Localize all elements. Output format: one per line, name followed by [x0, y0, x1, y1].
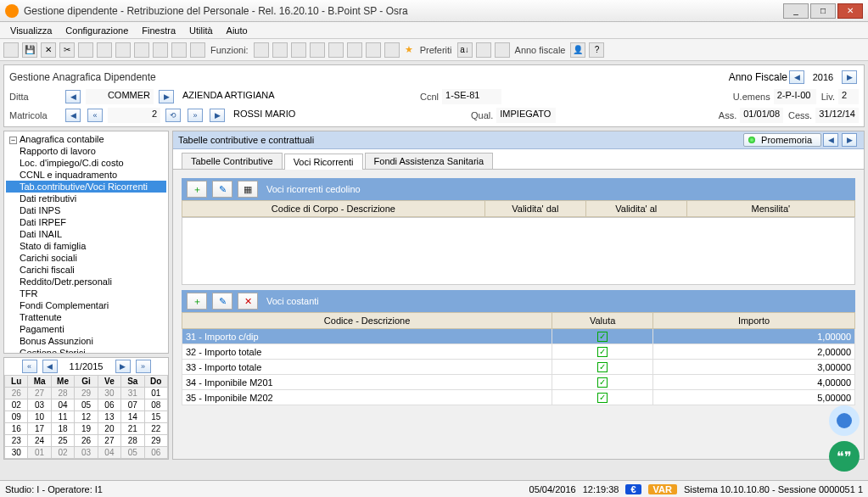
calendar-day[interactable]: 06: [144, 447, 167, 459]
ditta-prev-button[interactable]: ◀: [65, 90, 81, 103]
chat-button[interactable]: ❝❞: [829, 441, 860, 472]
menu-visualizza[interactable]: Visualizza: [3, 25, 59, 36]
tree-item[interactable]: CCNL e inquadramento: [6, 169, 166, 181]
calendar-grid[interactable]: LuMaMeGiVeSaDo26272829303101020304050607…: [4, 375, 168, 459]
toolbar-btn-save[interactable]: 💾: [22, 42, 37, 58]
promemoria-button[interactable]: Promemoria: [743, 133, 821, 147]
toolbar-fn-8[interactable]: [384, 42, 400, 58]
toolbar-btn-help[interactable]: ?: [589, 42, 604, 58]
toolbar-btn-user[interactable]: 👤: [570, 42, 585, 58]
calendar-day[interactable]: 07: [121, 399, 144, 411]
calendar-day[interactable]: 30: [5, 447, 28, 459]
calendar-day[interactable]: 13: [98, 411, 120, 423]
toolbar-btn-5[interactable]: [78, 42, 93, 58]
toolbar-btn-7[interactable]: [115, 42, 131, 58]
grid1-body[interactable]: [182, 217, 855, 285]
edit-row-button-2[interactable]: ✎: [212, 293, 232, 310]
tab[interactable]: Voci Ricorrenti: [284, 154, 363, 170]
tree-item[interactable]: Carichi fiscali: [6, 264, 166, 276]
calendar-day[interactable]: 31: [121, 388, 144, 399]
calendar-day[interactable]: 05: [75, 399, 98, 411]
calendar-day[interactable]: 10: [28, 411, 51, 423]
calendar-day[interactable]: 03: [28, 399, 51, 411]
tab[interactable]: Tabelle Contributive: [182, 153, 283, 169]
calendar-day[interactable]: 18: [51, 423, 74, 435]
close-button[interactable]: ✕: [837, 3, 863, 19]
toolbar-fn-1[interactable]: [254, 42, 269, 58]
cal-prev-button[interactable]: ◀: [42, 360, 58, 373]
calendar-day[interactable]: 09: [5, 411, 28, 423]
panel-next-button[interactable]: ▶: [842, 133, 857, 147]
matricola-prev-button[interactable]: ◀: [65, 109, 81, 122]
calendar-day[interactable]: 02: [5, 399, 28, 411]
menu-finestra[interactable]: Finestra: [135, 25, 182, 36]
matricola-first-button[interactable]: «: [87, 109, 103, 122]
tree-item[interactable]: Bonus Assunzioni: [6, 335, 166, 347]
cal-last-button[interactable]: »: [136, 360, 151, 373]
calendar-day[interactable]: 29: [144, 435, 167, 447]
toolbar-btn-a2[interactable]: [476, 42, 491, 58]
tab[interactable]: Fondi Assistenza Sanitaria: [365, 153, 494, 169]
tree-item[interactable]: Dati IRPEF: [6, 216, 166, 228]
grid-btn-3[interactable]: ▦: [238, 181, 258, 198]
calendar-day[interactable]: 05: [121, 447, 144, 459]
minimize-button[interactable]: _: [783, 3, 809, 19]
calendar-day[interactable]: 30: [98, 388, 120, 399]
toolbar-fn-7[interactable]: [366, 42, 381, 58]
calendar-day[interactable]: 04: [51, 399, 74, 411]
table-row[interactable]: 32 - Importo totale✓2,00000: [182, 344, 855, 360]
toolbar-fn-3[interactable]: [291, 42, 306, 58]
ditta-next-button[interactable]: ▶: [159, 90, 174, 103]
tree-item[interactable]: Reddito/Detr.personali: [6, 276, 166, 288]
add-row-button[interactable]: ＋: [187, 181, 207, 198]
calendar-day[interactable]: 29: [75, 388, 98, 399]
table-row[interactable]: 35 - Imponibile M202✓5,00000: [182, 390, 855, 405]
anno-next-button[interactable]: ▶: [842, 70, 857, 84]
calendar-day[interactable]: 14: [121, 411, 144, 423]
calendar-day[interactable]: 27: [28, 388, 51, 399]
calendar-day[interactable]: 15: [144, 411, 167, 423]
delete-row-button[interactable]: ✕: [238, 293, 258, 310]
toolbar-btn-9[interactable]: [153, 42, 168, 58]
matricola-last-button[interactable]: »: [188, 109, 203, 122]
edit-row-button[interactable]: ✎: [212, 181, 232, 198]
calendar-day[interactable]: 12: [75, 411, 98, 423]
cal-first-button[interactable]: «: [22, 360, 37, 373]
calendar-day[interactable]: 24: [28, 435, 51, 447]
calendar-day[interactable]: 04: [98, 447, 120, 459]
tree-item[interactable]: Tab.contributive/Voci Ricorrenti: [6, 181, 166, 193]
toolbar-btn-11[interactable]: [190, 42, 205, 58]
calendar-day[interactable]: 21: [121, 423, 144, 435]
calendar-day[interactable]: 28: [51, 388, 74, 399]
calendar-day[interactable]: 02: [51, 447, 74, 459]
tree-item[interactable]: Fondi Complementari: [6, 299, 166, 311]
tree-item[interactable]: Dati INPS: [6, 204, 166, 216]
cal-next-button[interactable]: ▶: [115, 360, 131, 373]
nav-tree[interactable]: −Anagrafica contabileRapporto di lavoroL…: [3, 131, 169, 354]
toolbar-btn-a1[interactable]: a↓: [457, 42, 473, 58]
calendar-day[interactable]: 06: [98, 399, 120, 411]
calendar-day[interactable]: 03: [75, 447, 98, 459]
toolbar-btn-a3[interactable]: [495, 42, 510, 58]
menu-utilita[interactable]: Utilità: [182, 25, 220, 36]
matricola-next-button[interactable]: ▶: [210, 109, 225, 122]
calendar-day[interactable]: 28: [121, 435, 144, 447]
calendar-day[interactable]: 25: [51, 435, 74, 447]
calendar-day[interactable]: 26: [75, 435, 98, 447]
tree-item[interactable]: Stato di famiglia: [6, 240, 166, 252]
anno-prev-button[interactable]: ◀: [789, 70, 804, 84]
calendar-day[interactable]: 27: [98, 435, 120, 447]
maximize-button[interactable]: □: [810, 3, 836, 19]
calendar-day[interactable]: 20: [98, 423, 120, 435]
panel-prev-button[interactable]: ◀: [823, 133, 838, 147]
menu-aiuto[interactable]: Aiuto: [220, 25, 255, 36]
tree-item[interactable]: Dati INAIL: [6, 228, 166, 240]
table-row[interactable]: 33 - Importo totale✓3,00000: [182, 360, 855, 375]
toolbar-btn-8[interactable]: [134, 42, 149, 58]
tree-item[interactable]: Pagamenti: [6, 323, 166, 335]
toolbar-btn-1[interactable]: [3, 42, 19, 58]
calendar-day[interactable]: 16: [5, 423, 28, 435]
tree-item[interactable]: Carichi sociali: [6, 252, 166, 264]
calendar-day[interactable]: 01: [28, 447, 51, 459]
calendar-day[interactable]: 23: [5, 435, 28, 447]
